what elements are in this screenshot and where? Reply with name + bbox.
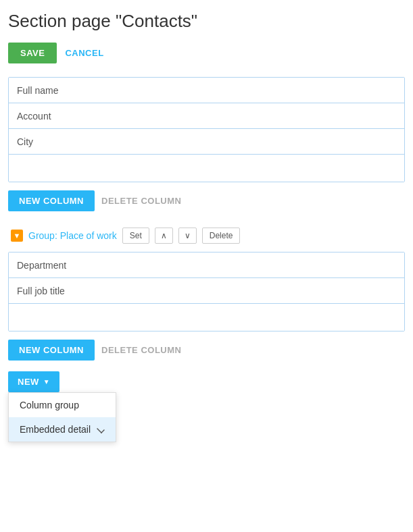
section1-column-actions: NEW COLUMN DELETE COLUMN <box>8 190 405 211</box>
group-down-button[interactable]: ∨ <box>178 228 197 244</box>
field-empty-2[interactable] <box>9 304 404 331</box>
dropdown-arrow-icon: ▼ <box>43 378 50 385</box>
group-icon: ▼ <box>11 230 23 242</box>
delete-column-button-1[interactable]: DELETE COLUMN <box>101 196 181 206</box>
new-button-label: NEW <box>18 377 39 387</box>
group-set-button[interactable]: Set <box>122 228 149 244</box>
group-collapse-icon: ▼ <box>14 232 21 240</box>
field-fullname[interactable]: Full name <box>9 78 404 103</box>
new-column-button-2[interactable]: NEW COLUMN <box>8 340 95 361</box>
section1-block: Full name Account City <box>8 77 405 182</box>
field-department[interactable]: Department <box>9 252 404 278</box>
section2-column-actions: NEW COLUMN DELETE COLUMN <box>8 340 405 361</box>
dropdown-item-column-group-label: Column group <box>20 400 79 410</box>
cursor-icon <box>97 425 105 433</box>
dropdown-item-embedded-detail-label: Embedded detail <box>20 424 91 435</box>
new-dropdown-button[interactable]: NEW ▼ <box>8 371 59 392</box>
page-title: Section page "Contacts" <box>8 11 405 32</box>
group-header: ▼ Group: Place of work Set ∧ ∨ Delete <box>8 222 405 249</box>
new-column-button-1[interactable]: NEW COLUMN <box>8 190 95 211</box>
dropdown-item-embedded-detail[interactable]: Embedded detail <box>9 417 116 442</box>
section2-block: Department Full job title <box>8 252 405 331</box>
field-city[interactable]: City <box>9 129 404 155</box>
dropdown-item-column-group[interactable]: Column group <box>9 393 116 417</box>
group-label: Group: Place of work <box>28 230 117 241</box>
field-account[interactable]: Account <box>9 103 404 129</box>
save-button[interactable]: SAVE <box>8 43 57 63</box>
new-dropdown-container: NEW ▼ Column group Embedded detail <box>8 371 59 392</box>
delete-column-button-2[interactable]: DELETE COLUMN <box>101 345 181 355</box>
cancel-button[interactable]: CANCEL <box>65 48 103 58</box>
group-delete-button[interactable]: Delete <box>202 228 241 244</box>
field-fulljob[interactable]: Full job title <box>9 278 404 304</box>
toolbar: SAVE CANCEL <box>8 43 405 63</box>
field-empty-1[interactable] <box>9 155 404 182</box>
page-container: Section page "Contacts" SAVE CANCEL Full… <box>0 0 413 403</box>
dropdown-menu: Column group Embedded detail <box>8 392 116 442</box>
group-up-button[interactable]: ∧ <box>155 228 173 244</box>
